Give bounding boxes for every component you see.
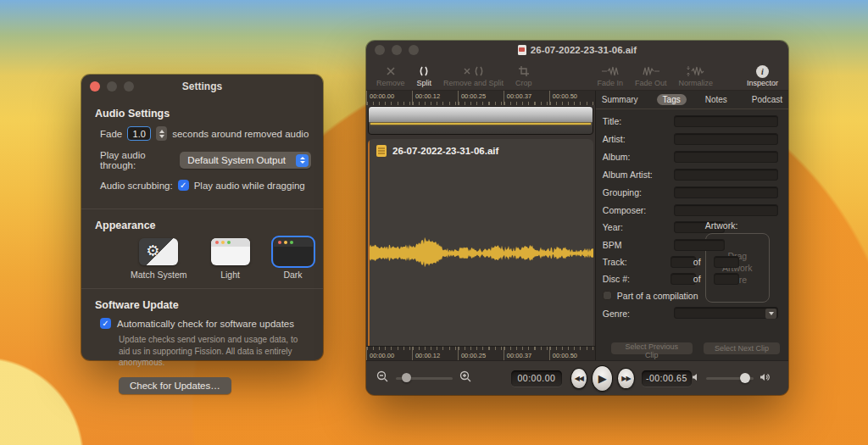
crop-button[interactable]: Crop [515, 64, 532, 87]
ruler-tick-label: 00:00.37 [507, 92, 531, 100]
volume-low-icon[interactable] [692, 370, 700, 386]
ruler-tick-label: 00:00.00 [370, 92, 394, 100]
theme-option-dark[interactable]: Dark [274, 238, 313, 280]
compilation-checkbox[interactable]: ✓ [603, 291, 612, 300]
audio-clip[interactable]: 26-07-2022-23-31-06.aif [368, 139, 593, 347]
grouping-input[interactable] [674, 186, 778, 198]
inspector-tabs: Summary Tags Notes Podcast [596, 91, 788, 109]
theme-option-light[interactable]: Light [211, 238, 250, 280]
dark-theme-icon [274, 238, 313, 265]
normalize-icon [686, 64, 706, 78]
overview-strip[interactable] [368, 106, 593, 135]
title-input[interactable] [674, 115, 778, 127]
volume-high-icon[interactable] [760, 370, 771, 386]
volume-slider[interactable] [706, 377, 754, 380]
timeline-ruler-bottom[interactable]: 00:00.00 00:00.12 00:00.25 00:00.37 00:0… [366, 346, 595, 361]
auto-update-checkbox[interactable]: ✓ [100, 318, 111, 329]
ruler-tick-label: 00:00.25 [461, 92, 486, 100]
disc-total-input[interactable] [714, 273, 739, 285]
ruler-tick-label: 00:00.50 [553, 352, 577, 359]
tab-summary[interactable]: Summary [596, 94, 644, 105]
theme-options: ⚙ Match System Light Dark [93, 238, 311, 280]
select-next-clip-button[interactable]: Select Next Clip [704, 342, 780, 354]
disc-of-label: of [693, 274, 701, 284]
auto-update-row: ✓ Automatically check for software updat… [100, 318, 311, 329]
playhead[interactable] [368, 139, 370, 347]
clip-header: 26-07-2022-23-31-06.aif [368, 139, 593, 161]
disc-number-input[interactable] [670, 273, 696, 285]
play-button[interactable]: ▶ [592, 365, 613, 392]
timeline-ruler-top[interactable]: 00:00.00 00:00.12 00:00.25 00:00.37 00:0… [366, 91, 595, 105]
inspector-button[interactable]: i Inspector [747, 64, 778, 87]
window-controls [81, 75, 134, 97]
tab-tags[interactable]: Tags [657, 94, 687, 105]
tab-notes[interactable]: Notes [699, 94, 733, 105]
ruler-tick-label: 00:00.00 [370, 352, 394, 359]
zoom-in-icon[interactable] [459, 370, 472, 387]
tab-podcast[interactable]: Podcast [746, 94, 788, 105]
select-previous-clip-button[interactable]: Select Previous Clip [611, 342, 693, 354]
fade-stepper[interactable] [156, 126, 167, 141]
zoom-slider[interactable] [396, 377, 453, 380]
remove-and-split-button[interactable]: Remove and Split [443, 64, 504, 87]
bpm-label: BPM [603, 240, 622, 250]
editor-titlebar[interactable]: 26-07-2022-23-31-06.aif [366, 41, 788, 59]
zoom-slider-knob[interactable] [402, 373, 411, 382]
normalize-button[interactable]: Normalize [678, 64, 713, 87]
genre-combo[interactable] [674, 307, 778, 319]
bpm-input[interactable] [674, 239, 725, 251]
fade-label: Fade [100, 129, 122, 139]
current-time-display: 00:00.00 [511, 370, 561, 387]
album-artist-input[interactable] [674, 169, 778, 181]
scrubbing-row: Audio scrubbing: ✓ Play audio while drag… [100, 180, 311, 191]
remaining-time-display: -00:00.65 [642, 370, 692, 387]
theme-option-match-system[interactable]: ⚙ Match System [131, 238, 187, 280]
theme-label: Light [220, 270, 240, 280]
check-for-updates-button[interactable]: Check for Updates… [119, 377, 231, 394]
track-number-input[interactable] [670, 256, 696, 268]
split-button[interactable]: Split [417, 64, 432, 87]
minimize-button[interactable] [392, 45, 402, 55]
software-update-section: Software Update ✓ Automatically check fo… [81, 289, 323, 403]
fade-out-button[interactable]: Fade Out [635, 64, 667, 87]
ruler-tick-label: 00:00.25 [461, 352, 486, 359]
fade-in-button[interactable]: Fade In [597, 64, 623, 87]
waveform[interactable] [369, 231, 593, 281]
year-label: Year: [603, 222, 623, 232]
genre-label: Genre: [603, 309, 630, 319]
appearance-section: Appearance ⚙ Match System Light Dark [81, 209, 323, 288]
rewind-button[interactable]: ◀◀ [570, 368, 587, 389]
track-label: Track: [603, 257, 627, 267]
zoom-button[interactable] [409, 45, 419, 55]
remove-and-split-icon [463, 64, 485, 78]
settings-titlebar[interactable]: Settings [81, 75, 323, 97]
ruler-tick-label: 00:00.37 [507, 352, 531, 359]
software-update-heading: Software Update [95, 299, 311, 311]
composer-input[interactable] [674, 204, 778, 216]
volume-slider-knob[interactable] [740, 373, 750, 383]
close-button[interactable] [90, 81, 100, 92]
window-controls [366, 41, 419, 59]
output-device-popup[interactable]: Default System Output [180, 152, 311, 169]
artist-input[interactable] [674, 133, 778, 145]
transport-bar: 00:00.00 ◀◀ ▶ ▶▶ -00:00.65 [366, 360, 788, 395]
crop-icon [518, 64, 530, 78]
waveform-editor: 00:00.00 00:00.12 00:00.25 00:00.37 00:0… [366, 91, 595, 361]
scrubbing-checkbox[interactable]: ✓ [178, 180, 189, 191]
zoom-out-icon[interactable] [376, 370, 389, 387]
remove-button[interactable]: Remove [376, 64, 405, 87]
dropdown-arrow-icon[interactable] [765, 309, 776, 319]
play-through-label: Play audio through: [100, 150, 175, 170]
track-total-input[interactable] [714, 256, 739, 268]
compilation-label: Part of a compilation [617, 291, 698, 301]
fast-forward-button[interactable]: ▶▶ [617, 368, 634, 389]
grouping-label: Grouping: [603, 187, 642, 197]
zoom-button [124, 81, 134, 92]
auto-update-label: Automatically check for software updates [117, 319, 294, 329]
settings-window: Settings Audio Settings Fade seconds aro… [81, 75, 323, 360]
fade-out-icon [642, 64, 660, 78]
album-artist-label: Album Artist: [603, 170, 653, 180]
album-input[interactable] [674, 151, 778, 163]
fade-input[interactable] [127, 126, 151, 141]
close-button[interactable] [375, 45, 385, 55]
